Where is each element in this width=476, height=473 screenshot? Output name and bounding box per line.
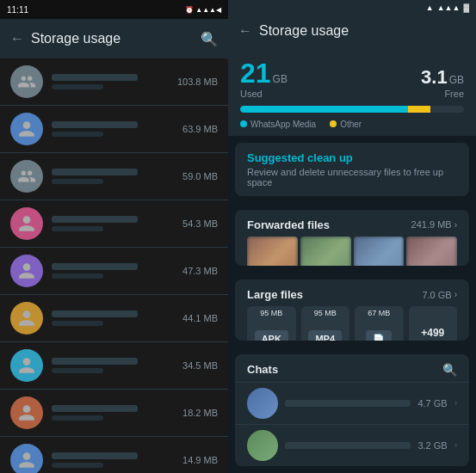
storage-free: 3.1 GB Free: [421, 68, 464, 99]
file-item-2[interactable]: 95 MB MP4: [301, 306, 350, 341]
contact-name-blur: [52, 263, 138, 270]
contact-sub-blur: [52, 226, 103, 231]
large-files-chevron-icon: ›: [454, 290, 457, 299]
fwd-img-1: [247, 236, 298, 267]
legend-whatsapp-label: WhatsApp Media: [250, 120, 316, 129]
forwarded-files-header[interactable]: Forwarded files 241.9 MB ›: [235, 210, 469, 236]
file-more-button[interactable]: +499: [409, 306, 458, 341]
large-files-header[interactable]: Large files 7.0 GB ›: [235, 280, 469, 306]
free-gb-number: 3.1: [421, 68, 448, 87]
chat-item-1[interactable]: 4.7 GB ›: [235, 382, 469, 424]
contact-item[interactable]: 63.9 MB: [0, 106, 228, 153]
chat-chevron-1-icon: ›: [454, 398, 457, 408]
free-gb-label: GB: [449, 74, 464, 86]
free-label: Free: [444, 89, 464, 99]
contact-item[interactable]: 14.9 MB: [0, 437, 228, 473]
used-label: Used: [240, 89, 287, 99]
avatar: [10, 65, 43, 98]
file-item-1[interactable]: 95 MB APK: [247, 306, 296, 341]
contact-name-blur: [52, 216, 138, 223]
contact-info: [52, 74, 169, 89]
file-size-1: 95 MB: [247, 309, 296, 317]
contact-sub-blur: [52, 463, 103, 468]
contact-item[interactable]: 47.3 MB: [0, 248, 228, 295]
contact-sub-blur: [52, 273, 103, 279]
contact-name-blur: [52, 405, 138, 412]
back-button-left[interactable]: ←: [10, 31, 24, 46]
storage-used: 21 GB Used: [240, 59, 287, 99]
contact-sub-blur: [52, 368, 103, 373]
storage-bar: [240, 106, 464, 113]
chats-title: Chats: [247, 363, 278, 376]
contact-item[interactable]: 18.2 MB: [0, 390, 228, 437]
status-icons-left: ⏰ ▲▲▲◀: [185, 6, 221, 14]
avatar: [10, 255, 43, 287]
contact-list: 103.8 MB63.9 MB59.0 MB54.3 MB47.3 MB44.1…: [0, 58, 228, 473]
contact-size: 59.0 MB: [182, 171, 218, 181]
header-right: ← Storage usage: [228, 15, 476, 47]
large-files-card[interactable]: Large files 7.0 GB › 95 MB APK 95 MB MP4…: [235, 280, 469, 341]
contact-item[interactable]: 59.0 MB: [0, 153, 228, 200]
chats-section: Chats 🔍 4.7 GB › 3.2 GB ›: [235, 354, 469, 466]
time: 11:11: [7, 5, 28, 15]
contact-info: [52, 358, 174, 373]
header-left: ← Storage usage 🔍: [0, 19, 228, 58]
legend-other-label: Other: [340, 120, 362, 129]
file-item-3[interactable]: 67 MB 📄: [355, 306, 404, 341]
contact-item[interactable]: 54.3 MB: [0, 200, 228, 248]
alarm-icon: ⏰: [185, 6, 194, 14]
contact-name-blur: [52, 74, 138, 81]
file-type-mp4: MP4: [308, 330, 342, 341]
contact-name-blur: [52, 358, 138, 365]
chat-item-2[interactable]: 3.2 GB ›: [235, 424, 469, 466]
file-type-apk: APK: [255, 330, 288, 341]
contact-item[interactable]: 44.1 MB: [0, 295, 228, 342]
storage-summary: 21 GB Used 3.1 GB Free Whats: [228, 47, 476, 136]
contact-sub-blur: [52, 179, 103, 184]
legend-other: Other: [330, 120, 362, 129]
contact-size: 14.9 MB: [182, 455, 218, 465]
page-title-left: Storage usage: [31, 31, 194, 46]
avatar: [10, 444, 43, 473]
contact-sub-blur: [52, 321, 103, 326]
free-value-row: 3.1 GB: [421, 68, 464, 87]
contact-info: [52, 169, 174, 184]
suggested-cleanup[interactable]: Suggested clean up Review and delete unn…: [235, 143, 469, 196]
chats-search-icon[interactable]: 🔍: [442, 363, 457, 377]
fwd-img-4: [406, 236, 457, 267]
forwarded-files-title: Forwarded files: [247, 218, 330, 231]
forwarded-files-card[interactable]: Forwarded files 241.9 MB ›: [235, 210, 469, 267]
contact-sub-blur: [52, 415, 103, 421]
contact-size: 34.5 MB: [182, 360, 218, 371]
contact-sub-blur: [52, 132, 103, 137]
contact-info: [52, 452, 174, 468]
large-files-size: 7.0 GB ›: [422, 290, 457, 300]
contact-sub-blur: [52, 84, 103, 89]
chat-name-blur-1: [285, 400, 411, 407]
contact-info: [52, 310, 174, 326]
back-button-right[interactable]: ←: [238, 23, 252, 39]
contact-name-blur: [52, 121, 138, 128]
file-size-3: 67 MB: [355, 309, 404, 317]
file-size-2: 95 MB: [301, 309, 350, 317]
dot-other: [330, 120, 337, 127]
status-bar-right: ▲ ▲▲▲ ▓: [228, 0, 476, 15]
avatar: [10, 160, 43, 193]
storage-bar-inner: [240, 106, 464, 113]
large-files-row: 95 MB APK 95 MB MP4 67 MB 📄 +499: [235, 306, 469, 341]
contact-name-blur: [52, 310, 138, 317]
contact-size: 103.8 MB: [177, 77, 218, 87]
chat-chevron-2-icon: ›: [454, 440, 457, 450]
contact-item[interactable]: 103.8 MB: [0, 58, 228, 106]
forwarded-files-size: 241.9 MB ›: [411, 219, 457, 230]
avatar: [10, 396, 43, 429]
dot-whatsapp: [240, 120, 247, 127]
forwarded-chevron-icon: ›: [454, 220, 457, 230]
chat-avatar-2: [247, 430, 278, 461]
contact-size: 44.1 MB: [182, 313, 218, 323]
contact-item[interactable]: 34.5 MB: [0, 342, 228, 390]
contact-size: 47.3 MB: [182, 266, 218, 276]
search-button-left[interactable]: 🔍: [201, 31, 218, 47]
fwd-img-2: [300, 236, 351, 267]
avatar: [10, 302, 43, 335]
